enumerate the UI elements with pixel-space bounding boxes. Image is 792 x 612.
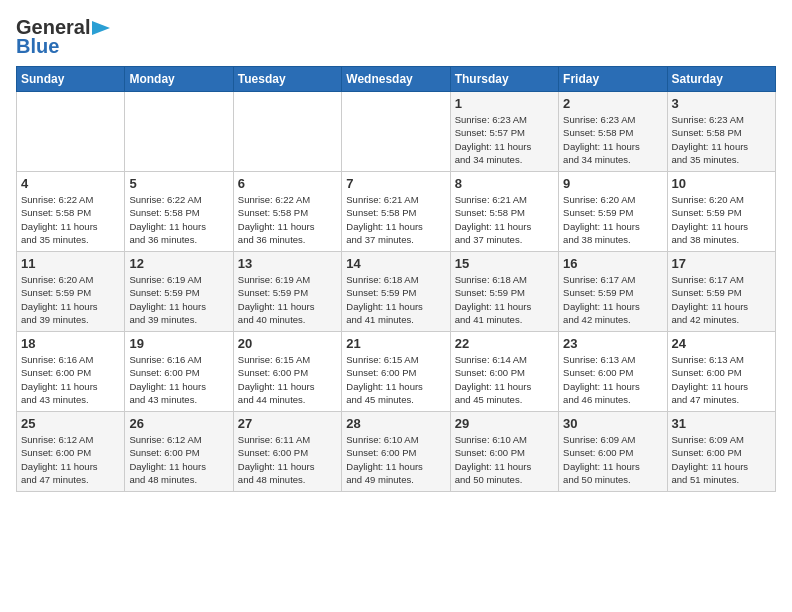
day-info: Sunrise: 6:18 AM Sunset: 5:59 PM Dayligh…: [455, 273, 554, 326]
day-info: Sunrise: 6:19 AM Sunset: 5:59 PM Dayligh…: [129, 273, 228, 326]
calendar-cell: 6Sunrise: 6:22 AM Sunset: 5:58 PM Daylig…: [233, 172, 341, 252]
calendar-cell: 7Sunrise: 6:21 AM Sunset: 5:58 PM Daylig…: [342, 172, 450, 252]
day-info: Sunrise: 6:22 AM Sunset: 5:58 PM Dayligh…: [238, 193, 337, 246]
day-info: Sunrise: 6:20 AM Sunset: 5:59 PM Dayligh…: [672, 193, 771, 246]
day-info: Sunrise: 6:14 AM Sunset: 6:00 PM Dayligh…: [455, 353, 554, 406]
day-info: Sunrise: 6:22 AM Sunset: 5:58 PM Dayligh…: [129, 193, 228, 246]
calendar-cell: 9Sunrise: 6:20 AM Sunset: 5:59 PM Daylig…: [559, 172, 667, 252]
day-number: 6: [238, 176, 337, 191]
day-info: Sunrise: 6:23 AM Sunset: 5:58 PM Dayligh…: [563, 113, 662, 166]
day-number: 27: [238, 416, 337, 431]
column-header-thursday: Thursday: [450, 67, 558, 92]
day-number: 29: [455, 416, 554, 431]
day-info: Sunrise: 6:21 AM Sunset: 5:58 PM Dayligh…: [455, 193, 554, 246]
day-info: Sunrise: 6:12 AM Sunset: 6:00 PM Dayligh…: [129, 433, 228, 486]
day-number: 5: [129, 176, 228, 191]
day-number: 2: [563, 96, 662, 111]
day-info: Sunrise: 6:12 AM Sunset: 6:00 PM Dayligh…: [21, 433, 120, 486]
day-info: Sunrise: 6:21 AM Sunset: 5:58 PM Dayligh…: [346, 193, 445, 246]
day-info: Sunrise: 6:16 AM Sunset: 6:00 PM Dayligh…: [21, 353, 120, 406]
calendar-cell: 27Sunrise: 6:11 AM Sunset: 6:00 PM Dayli…: [233, 412, 341, 492]
calendar-cell: 18Sunrise: 6:16 AM Sunset: 6:00 PM Dayli…: [17, 332, 125, 412]
day-info: Sunrise: 6:15 AM Sunset: 6:00 PM Dayligh…: [346, 353, 445, 406]
calendar-cell: [233, 92, 341, 172]
calendar-cell: 29Sunrise: 6:10 AM Sunset: 6:00 PM Dayli…: [450, 412, 558, 492]
calendar-cell: 23Sunrise: 6:13 AM Sunset: 6:00 PM Dayli…: [559, 332, 667, 412]
calendar-cell: 26Sunrise: 6:12 AM Sunset: 6:00 PM Dayli…: [125, 412, 233, 492]
day-info: Sunrise: 6:19 AM Sunset: 5:59 PM Dayligh…: [238, 273, 337, 326]
day-info: Sunrise: 6:13 AM Sunset: 6:00 PM Dayligh…: [672, 353, 771, 406]
day-number: 7: [346, 176, 445, 191]
calendar-cell: 28Sunrise: 6:10 AM Sunset: 6:00 PM Dayli…: [342, 412, 450, 492]
calendar-cell: [17, 92, 125, 172]
calendar-cell: 11Sunrise: 6:20 AM Sunset: 5:59 PM Dayli…: [17, 252, 125, 332]
day-number: 11: [21, 256, 120, 271]
calendar-cell: 5Sunrise: 6:22 AM Sunset: 5:58 PM Daylig…: [125, 172, 233, 252]
day-info: Sunrise: 6:15 AM Sunset: 6:00 PM Dayligh…: [238, 353, 337, 406]
calendar-week-4: 18Sunrise: 6:16 AM Sunset: 6:00 PM Dayli…: [17, 332, 776, 412]
day-number: 26: [129, 416, 228, 431]
page-header: General Blue: [16, 16, 776, 58]
day-number: 8: [455, 176, 554, 191]
day-number: 30: [563, 416, 662, 431]
day-info: Sunrise: 6:17 AM Sunset: 5:59 PM Dayligh…: [563, 273, 662, 326]
calendar-cell: [342, 92, 450, 172]
calendar-week-1: 1Sunrise: 6:23 AM Sunset: 5:57 PM Daylig…: [17, 92, 776, 172]
calendar-table: SundayMondayTuesdayWednesdayThursdayFrid…: [16, 66, 776, 492]
calendar-cell: 8Sunrise: 6:21 AM Sunset: 5:58 PM Daylig…: [450, 172, 558, 252]
svg-marker-0: [92, 21, 110, 35]
logo-blue: Blue: [16, 35, 59, 58]
day-info: Sunrise: 6:23 AM Sunset: 5:58 PM Dayligh…: [672, 113, 771, 166]
calendar-week-2: 4Sunrise: 6:22 AM Sunset: 5:58 PM Daylig…: [17, 172, 776, 252]
column-header-wednesday: Wednesday: [342, 67, 450, 92]
day-number: 13: [238, 256, 337, 271]
day-number: 9: [563, 176, 662, 191]
calendar-cell: 12Sunrise: 6:19 AM Sunset: 5:59 PM Dayli…: [125, 252, 233, 332]
day-number: 20: [238, 336, 337, 351]
calendar-header-row: SundayMondayTuesdayWednesdayThursdayFrid…: [17, 67, 776, 92]
calendar-cell: 2Sunrise: 6:23 AM Sunset: 5:58 PM Daylig…: [559, 92, 667, 172]
day-info: Sunrise: 6:10 AM Sunset: 6:00 PM Dayligh…: [455, 433, 554, 486]
calendar-cell: 10Sunrise: 6:20 AM Sunset: 5:59 PM Dayli…: [667, 172, 775, 252]
calendar-cell: 15Sunrise: 6:18 AM Sunset: 5:59 PM Dayli…: [450, 252, 558, 332]
day-number: 25: [21, 416, 120, 431]
calendar-cell: 14Sunrise: 6:18 AM Sunset: 5:59 PM Dayli…: [342, 252, 450, 332]
day-number: 4: [21, 176, 120, 191]
day-number: 10: [672, 176, 771, 191]
day-info: Sunrise: 6:22 AM Sunset: 5:58 PM Dayligh…: [21, 193, 120, 246]
calendar-cell: 20Sunrise: 6:15 AM Sunset: 6:00 PM Dayli…: [233, 332, 341, 412]
day-number: 21: [346, 336, 445, 351]
calendar-cell: 31Sunrise: 6:09 AM Sunset: 6:00 PM Dayli…: [667, 412, 775, 492]
calendar-cell: 3Sunrise: 6:23 AM Sunset: 5:58 PM Daylig…: [667, 92, 775, 172]
day-number: 17: [672, 256, 771, 271]
calendar-cell: 4Sunrise: 6:22 AM Sunset: 5:58 PM Daylig…: [17, 172, 125, 252]
column-header-friday: Friday: [559, 67, 667, 92]
calendar-week-3: 11Sunrise: 6:20 AM Sunset: 5:59 PM Dayli…: [17, 252, 776, 332]
day-info: Sunrise: 6:17 AM Sunset: 5:59 PM Dayligh…: [672, 273, 771, 326]
day-info: Sunrise: 6:13 AM Sunset: 6:00 PM Dayligh…: [563, 353, 662, 406]
day-info: Sunrise: 6:18 AM Sunset: 5:59 PM Dayligh…: [346, 273, 445, 326]
logo-bird-icon: [92, 21, 110, 35]
logo: General Blue: [16, 16, 110, 58]
day-number: 19: [129, 336, 228, 351]
day-info: Sunrise: 6:11 AM Sunset: 6:00 PM Dayligh…: [238, 433, 337, 486]
day-number: 31: [672, 416, 771, 431]
day-info: Sunrise: 6:09 AM Sunset: 6:00 PM Dayligh…: [563, 433, 662, 486]
calendar-cell: 30Sunrise: 6:09 AM Sunset: 6:00 PM Dayli…: [559, 412, 667, 492]
calendar-cell: 13Sunrise: 6:19 AM Sunset: 5:59 PM Dayli…: [233, 252, 341, 332]
calendar-cell: 25Sunrise: 6:12 AM Sunset: 6:00 PM Dayli…: [17, 412, 125, 492]
column-header-tuesday: Tuesday: [233, 67, 341, 92]
day-info: Sunrise: 6:23 AM Sunset: 5:57 PM Dayligh…: [455, 113, 554, 166]
calendar-cell: 17Sunrise: 6:17 AM Sunset: 5:59 PM Dayli…: [667, 252, 775, 332]
day-number: 1: [455, 96, 554, 111]
day-info: Sunrise: 6:20 AM Sunset: 5:59 PM Dayligh…: [21, 273, 120, 326]
calendar-cell: 24Sunrise: 6:13 AM Sunset: 6:00 PM Dayli…: [667, 332, 775, 412]
calendar-cell: 21Sunrise: 6:15 AM Sunset: 6:00 PM Dayli…: [342, 332, 450, 412]
calendar-cell: 16Sunrise: 6:17 AM Sunset: 5:59 PM Dayli…: [559, 252, 667, 332]
day-number: 22: [455, 336, 554, 351]
day-number: 12: [129, 256, 228, 271]
calendar-cell: [125, 92, 233, 172]
day-number: 18: [21, 336, 120, 351]
day-number: 16: [563, 256, 662, 271]
day-number: 14: [346, 256, 445, 271]
